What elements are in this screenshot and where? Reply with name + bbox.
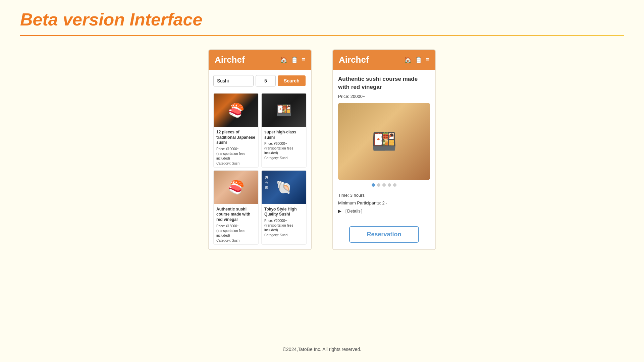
- result-card-2[interactable]: super high-class sushi Price: ¥60000~(tr…: [261, 93, 307, 168]
- page-header: Beta version Interface: [0, 0, 644, 29]
- clipboard-icon[interactable]: 📋: [291, 56, 298, 64]
- detail-info: Time: 3 hours Minimum Participants: 2~ ▶…: [338, 190, 430, 221]
- left-phone-panel: Airchef 🏠 📋 ≡ Search 12 pieces of t: [208, 49, 312, 250]
- result-card-price-3: Price: ¥15000~(transportation fees inclu…: [216, 224, 256, 238]
- result-card-image-4: 深川めしの家鶴 🐚: [262, 171, 306, 204]
- dot-1[interactable]: [372, 183, 375, 187]
- food-sushi-2: [262, 94, 306, 127]
- food-overlay-text: 深川めしの家鶴: [264, 173, 269, 183]
- detail-image-container: 🍱: [338, 103, 430, 180]
- result-card-title-2: super high-class sushi: [264, 130, 304, 140]
- detail-dish-title: Authentic sushi course made with red vin…: [338, 75, 430, 91]
- dot-5[interactable]: [393, 183, 396, 187]
- right-app-name: Airchef: [339, 55, 369, 65]
- result-card-title-4: Tokyo Style High Quality Sushi: [264, 207, 304, 217]
- result-card-body-4: Tokyo Style High Quality Sushi Price: ¥2…: [262, 204, 306, 239]
- result-card-body-1: 12 pieces of traditional Japanese sushi …: [214, 127, 258, 167]
- search-number-input[interactable]: [256, 75, 276, 86]
- result-card-price-4: Price: ¥20000~(transportation fees inclu…: [264, 219, 304, 233]
- details-label: ［Details］: [343, 208, 365, 214]
- detail-home-icon[interactable]: 🏠: [404, 56, 412, 64]
- detail-header: Airchef 🏠 📋 ≡: [333, 50, 435, 70]
- detail-menu-icon[interactable]: ≡: [426, 56, 429, 63]
- food-sushi-4: 深川めしの家鶴 🐚: [262, 171, 306, 204]
- footer: ©2024,TatoBe Inc. All rights reserved.: [0, 347, 644, 352]
- search-button[interactable]: Search: [278, 75, 306, 86]
- main-content: Airchef 🏠 📋 ≡ Search 12 pieces of t: [0, 36, 644, 263]
- reservation-button[interactable]: Reservation: [349, 226, 419, 243]
- reservation-section: Reservation: [333, 221, 435, 248]
- result-card-price-1: Price: ¥10000~(transportation fees inclu…: [216, 147, 256, 161]
- results-grid: 12 pieces of traditional Japanese sushi …: [209, 92, 311, 249]
- detail-details-link[interactable]: ▶ ［Details］: [338, 208, 430, 214]
- page-title: Beta version Interface: [20, 9, 624, 29]
- dot-2[interactable]: [377, 183, 380, 187]
- dot-3[interactable]: [382, 183, 386, 187]
- food-sushi-3: [214, 171, 258, 204]
- detail-content: Authentic sushi course made with red vin…: [333, 70, 435, 221]
- left-header-icons: 🏠 📋 ≡: [280, 56, 305, 64]
- right-header-icons: 🏠 📋 ≡: [404, 56, 429, 64]
- result-card-1[interactable]: 12 pieces of traditional Japanese sushi …: [213, 93, 259, 168]
- footer-text: ©2024,TatoBe Inc. All rights reserved.: [283, 347, 361, 352]
- search-section: Search: [209, 70, 311, 92]
- detail-price: Price: 20000~: [338, 94, 430, 99]
- dot-indicators: [338, 180, 430, 190]
- result-card-category-3: Category: Sushi: [216, 239, 256, 242]
- result-card-category-1: Category: Sushi: [216, 162, 256, 165]
- sushi-platter-image: 🍱: [338, 103, 430, 180]
- result-card-3[interactable]: Authentic sushi course made with red vin…: [213, 170, 259, 245]
- detail-time: Time: 3 hours: [338, 193, 430, 198]
- search-row: Search: [213, 75, 307, 86]
- search-text-input[interactable]: [213, 75, 254, 86]
- left-app-name: Airchef: [215, 55, 245, 65]
- detail-clipboard-icon[interactable]: 📋: [415, 56, 422, 64]
- detail-min-participants: Minimum Participants: 2~: [338, 200, 430, 205]
- result-card-title-3: Authentic sushi course made with red vin…: [216, 207, 256, 223]
- result-card-image-2: [262, 94, 306, 127]
- menu-icon[interactable]: ≡: [302, 56, 305, 63]
- food-sushi-1: [214, 94, 258, 127]
- result-card-image-3: [214, 171, 258, 204]
- result-card-category-4: Category: Sushi: [264, 233, 304, 237]
- result-card-category-2: Category: Sushi: [264, 156, 304, 160]
- result-card-image-1: [214, 94, 258, 127]
- result-card-4[interactable]: 深川めしの家鶴 🐚 Tokyo Style High Quality Sushi…: [261, 170, 307, 245]
- home-icon[interactable]: 🏠: [280, 56, 287, 64]
- result-card-body-3: Authentic sushi course made with red vin…: [214, 204, 258, 244]
- left-phone-header: Airchef 🏠 📋 ≡: [209, 50, 311, 70]
- result-card-price-2: Price: ¥60000~(transportation fees inclu…: [264, 141, 304, 156]
- result-card-title-1: 12 pieces of traditional Japanese sushi: [216, 130, 256, 145]
- dot-4[interactable]: [388, 183, 391, 187]
- details-arrow: ▶: [338, 208, 341, 214]
- result-card-body-2: super high-class sushi Price: ¥60000~(tr…: [262, 127, 306, 162]
- right-detail-panel: Airchef 🏠 📋 ≡ Authentic sushi course mad…: [332, 49, 436, 250]
